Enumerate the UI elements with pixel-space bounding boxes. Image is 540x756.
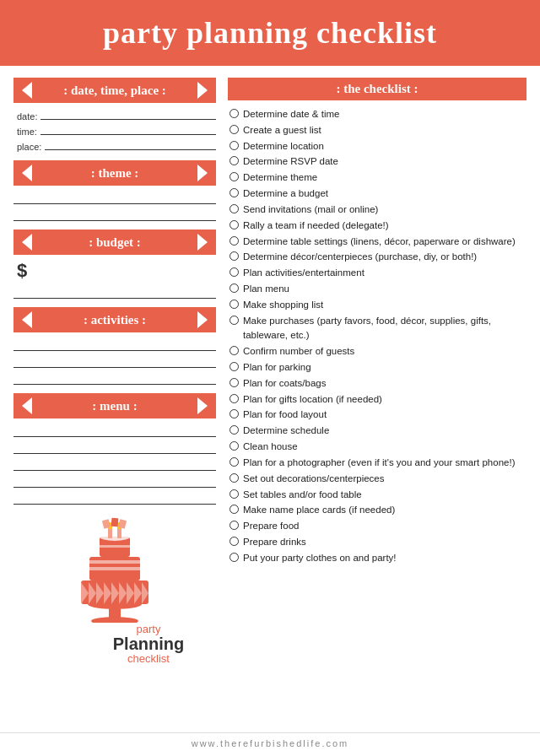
date-underline[interactable] (40, 108, 216, 120)
checklist-item[interactable]: Confirm number of guests (228, 344, 526, 359)
checklist-item[interactable]: Plan for a photographer (even if it's yo… (228, 456, 526, 471)
checklist-item[interactable]: Set out decorations/centerpieces (228, 472, 526, 487)
theme-label: : theme : (91, 166, 139, 181)
cake-svg (64, 513, 165, 623)
checklist-item[interactable]: Put your party clothes on and party! (228, 551, 526, 566)
footer-url: www.therefurbishedlife.com (192, 738, 349, 748)
checklist-circle-icon (230, 125, 239, 134)
checklist-circle-icon (230, 156, 239, 165)
checklist-item[interactable]: Plan menu (228, 282, 526, 297)
left-column: : date, time, place : date: time: place: (14, 78, 216, 721)
checklist-circle-icon (230, 441, 239, 451)
checklist-item-text: Prepare food (243, 519, 300, 534)
main-content: : date, time, place : date: time: place: (0, 66, 540, 732)
budget-symbol: $ (14, 260, 216, 282)
theme-field[interactable] (14, 191, 216, 204)
checklist-item[interactable]: Plan for parking (228, 360, 526, 375)
menu-field2[interactable] (14, 440, 216, 454)
checklist-circle-icon (230, 267, 239, 277)
checklist-item-text: Clean house (243, 440, 298, 455)
arrow-left-icon (22, 82, 32, 99)
place-underline[interactable] (45, 138, 216, 150)
checklist-item-text: Plan for parking (243, 360, 311, 375)
checklist-item-text: Create a guest list (243, 123, 321, 138)
checklist-circle-icon (230, 251, 239, 261)
checklist-circle-icon (230, 236, 239, 246)
checklist-item[interactable]: Set tables and/or food table (228, 488, 526, 503)
checklist-item[interactable]: Rally a team if needed (delegate!) (228, 219, 526, 234)
activity-field2[interactable] (14, 354, 216, 368)
checklist-item[interactable]: Send invitations (mail or online) (228, 202, 526, 218)
checklist-circle-icon (230, 109, 239, 118)
party-branding-text: party Planning checklist (81, 623, 216, 665)
right-column: : the checklist : Determine date & timeC… (228, 78, 526, 721)
checklist-circle-icon (230, 188, 239, 197)
menu-field4[interactable] (14, 474, 216, 488)
time-field-row: time: (17, 123, 216, 137)
checklist-item[interactable]: Clean house (228, 440, 526, 455)
place-field-row: place: (17, 138, 216, 152)
checklist-item[interactable]: Prepare drinks (228, 535, 526, 550)
activities-label: : activities : (84, 313, 146, 327)
checklist-item[interactable]: Determine theme (228, 170, 526, 186)
theme-field2[interactable] (14, 208, 216, 221)
checklist-item-text: Plan activities/entertainment (243, 266, 364, 281)
menu-lines (14, 424, 216, 505)
checklist-circle-icon (230, 409, 239, 418)
checklist-item[interactable]: Make shopping list (228, 298, 526, 313)
checklist-item-text: Make name place cards (if needed) (243, 503, 395, 518)
menu-field3[interactable] (14, 457, 216, 471)
time-underline[interactable] (40, 123, 216, 135)
budget-section: : budget : $ (14, 230, 216, 299)
svg-point-18 (100, 532, 130, 541)
cake-illustration-area: party Planning checklist (14, 513, 216, 673)
page-header: party planning checklist (0, 0, 540, 66)
svg-rect-15 (89, 560, 140, 564)
checklist-item[interactable]: Determine schedule (228, 424, 526, 439)
arrow-left-icon2 (22, 165, 32, 181)
checklist-item-text: Determine a budget (243, 186, 328, 202)
arrow-left-icon5 (22, 397, 32, 414)
activities-banner: : activities : (14, 307, 216, 332)
checklist-item[interactable]: Make purchases (party favors, food, déco… (228, 314, 526, 344)
menu-label: : menu : (92, 399, 137, 413)
checklist-item[interactable]: Plan for food layout (228, 408, 526, 423)
checklist-item[interactable]: Determine RSVP date (228, 154, 526, 170)
page-title: party planning checklist (17, 15, 523, 51)
activity-field3[interactable] (14, 371, 216, 385)
checklist-item-text: Determine schedule (243, 424, 329, 439)
checklist-item[interactable]: Determine a budget (228, 186, 526, 202)
checklist-item[interactable]: Plan activities/entertainment (228, 266, 526, 281)
party-label: party (81, 623, 216, 635)
checklist-circle-icon (230, 425, 239, 435)
planning-label: Planning (81, 635, 216, 652)
cake-svg-wrapper (14, 513, 216, 623)
checklist-item[interactable]: Determine table settings (linens, décor,… (228, 235, 526, 250)
checklist-item[interactable]: Plan for coats/bags (228, 376, 526, 392)
checklist-item-text: Rally a team if needed (delegate!) (243, 219, 389, 234)
menu-field1[interactable] (14, 424, 216, 437)
checklist-circle-icon (230, 346, 239, 355)
checklist-item-text: Plan menu (243, 282, 289, 297)
checklist-banner-label: : the checklist : (336, 82, 418, 96)
checklist-item[interactable]: Determine location (228, 139, 526, 154)
checklist-circle-icon (230, 284, 239, 293)
checklist-item[interactable]: Make name place cards (if needed) (228, 503, 526, 518)
menu-banner: : menu : (14, 393, 216, 418)
checklist-circle-icon (230, 473, 239, 483)
checklist-item-text: Make shopping list (243, 298, 323, 313)
checklist-circle-icon (230, 220, 239, 230)
checklist-circle-icon (230, 141, 239, 150)
checklist-item[interactable]: Determine décor/centerpieces (purchase, … (228, 250, 526, 265)
budget-field[interactable] (14, 285, 216, 299)
menu-field5[interactable] (14, 491, 216, 505)
checklist-circle-icon (230, 537, 239, 546)
checklist-item[interactable]: Create a guest list (228, 123, 526, 138)
checklist-item[interactable]: Prepare food (228, 519, 526, 534)
checklist-item[interactable]: Determine date & time (228, 107, 526, 122)
activity-field1[interactable] (14, 338, 216, 351)
checklist-item-text: Send invitations (mail or online) (243, 202, 378, 218)
checklist-circle-icon (230, 378, 239, 387)
checklist-item-text: Plan for food layout (243, 408, 327, 423)
checklist-item[interactable]: Plan for gifts location (if needed) (228, 392, 526, 408)
